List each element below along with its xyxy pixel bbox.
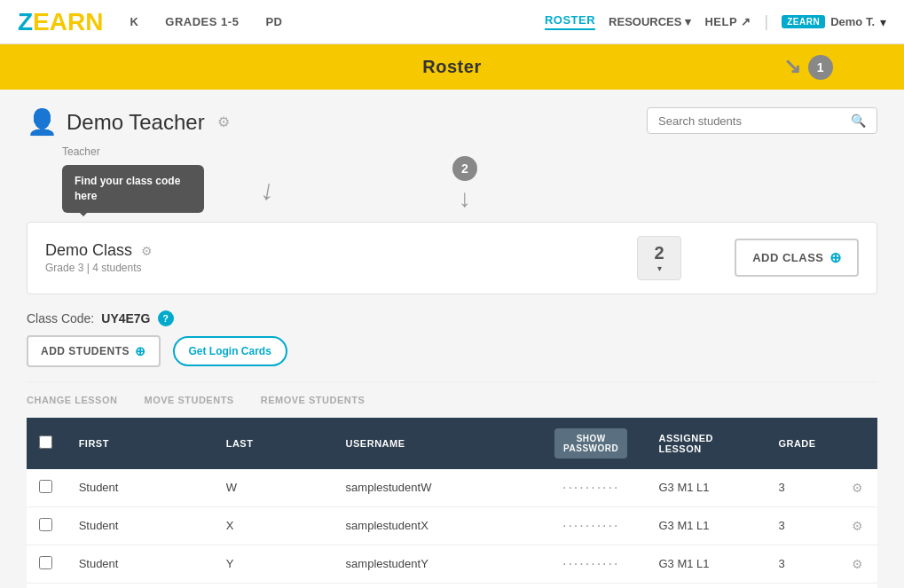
plus-icon: ⊕ [829,249,842,266]
class-row: Demo Class ⚙ Grade 3 | 4 students 2 ▾ AD… [45,236,859,280]
select-all-checkbox[interactable] [39,435,52,449]
class-num: 2 [655,243,664,263]
row-grade: 3 [766,506,839,545]
change-lesson-link[interactable]: CHANGE LESSON [27,395,117,405]
nav-pd[interactable]: PD [265,15,282,28]
logo-earn: EARN [33,8,103,36]
row-last: Z [214,583,334,588]
teacher-title: 👤 Demo Teacher ⚙ [27,107,230,137]
row-username: samplestudentW [334,469,536,507]
row-checkbox-cell [27,583,67,588]
add-class-button[interactable]: ADD CLASS ⊕ [735,239,859,277]
user-badge: ZEARN [782,15,825,28]
row-first: Student [67,506,214,545]
row-settings-cell: ⚙ [839,545,877,583]
user-name: Demo T. [830,15,875,28]
password-dots: ·········· [562,556,619,571]
row-checkbox[interactable] [39,518,52,531]
buttons-row: ADD STUDENTS ⊕ Get Login Cards [27,335,877,367]
annotation-num-2: 2 [452,156,477,181]
help-icon[interactable]: ? [158,310,174,326]
classes-area: Find your class code here 2 ↓ ↓ Demo Cla… [27,165,877,294]
class-num-badge[interactable]: 2 ▾ [637,236,681,280]
class-code-label: Class Code: [27,311,94,325]
row-password: ·········· [536,506,647,545]
class-code-value: UY4E7G [101,311,150,325]
search-input[interactable] [658,114,844,128]
row-checkbox[interactable] [39,556,52,569]
students-tbody: Student W samplestudentW ·········· G3 M… [27,469,877,588]
move-students-link[interactable]: MOVE STUDENTS [144,395,233,405]
nav-grades[interactable]: GRADES 1-5 [165,15,239,28]
row-username: samplestudentY [334,545,536,583]
row-first: Student [67,583,214,588]
login-cards-button[interactable]: Get Login Cards [173,336,287,366]
nav-help[interactable]: HELP ↗ [704,15,751,28]
row-settings-icon[interactable]: ⚙ [852,481,863,495]
row-checkbox[interactable] [39,480,52,493]
row-checkbox-cell [27,469,67,507]
nav-k[interactable]: K [130,15,138,28]
row-last: X [214,506,334,545]
th-show-password: SHOWPASSWORD [536,418,647,469]
row-last: W [214,469,334,507]
top-nav: Z EARN K GRADES 1-5 PD ROSTER RESOURCES … [0,0,904,44]
teacher-icon: 👤 [27,107,58,137]
annotation-2-area: 2 ↓ [452,156,477,213]
row-settings-cell: ⚙ [839,583,877,588]
nav-resources[interactable]: RESOURCES ▾ [609,15,691,28]
classes-panel: Demo Class ⚙ Grade 3 | 4 students 2 ▾ AD… [27,222,877,294]
th-settings [839,418,877,469]
class-chevron-icon: ▾ [657,263,662,273]
class-info: Demo Class ⚙ Grade 3 | 4 students [45,241,637,274]
show-password-button[interactable]: SHOWPASSWORD [554,428,627,459]
action-row: CHANGE LESSON MOVE STUDENTS REMOVE STUDE… [27,381,877,405]
tooltip-bubble: Find your class code here [62,165,204,213]
table-row: Student Y samplestudentY ·········· G3 M… [27,545,877,583]
th-grade: GRADE [766,418,839,469]
remove-students-link[interactable]: REMOVE STUDENTS [261,395,366,405]
row-lesson: G3 M1 L1 [646,583,766,588]
row-lesson: G3 M1 L1 [646,545,766,583]
row-settings-icon[interactable]: ⚙ [852,557,863,571]
class-name: Demo Class [45,241,132,260]
row-settings-cell: ⚙ [839,469,877,507]
row-first: Student [67,545,214,583]
row-grade: 3 [766,583,839,588]
row-username: samplestudentX [334,506,536,545]
logo: Z EARN [18,8,103,36]
annotation-num-1: 1 [808,55,833,80]
table-header: FIRST LAST USERNAME SHOWPASSWORD ASS [27,418,877,469]
row-last: Y [214,545,334,583]
main-content: 👤 Demo Teacher ⚙ 🔍 Teacher Find your cla… [0,90,904,588]
tooltip-arrow: ↓ [258,173,278,208]
table-row: Student Z samplestudentZ ·········· G3 M… [27,583,877,588]
password-dots: ·········· [562,480,619,495]
tooltip-area: Find your class code here [62,165,204,213]
table-row: Student X samplestudentX ·········· G3 M… [27,506,877,545]
th-username: USERNAME [334,418,536,469]
class-name-row: Demo Class ⚙ [45,241,637,260]
row-password: ·········· [536,469,647,507]
row-username: samplestudentZ [334,583,536,588]
password-dots: ·········· [562,518,619,533]
teacher-gear-icon[interactable]: ⚙ [217,114,230,130]
search-icon: 🔍 [851,114,866,128]
teacher-name: Demo Teacher [67,110,205,135]
nav-roster[interactable]: ROSTER [545,13,595,30]
nav-links: K GRADES 1-5 PD [130,15,544,28]
class-code-row: Class Code: UY4E7G ? [27,310,877,326]
nav-right: ROSTER RESOURCES ▾ HELP ↗ | ZEARN Demo T… [545,12,886,31]
nav-divider: | [765,12,769,31]
row-checkbox-cell [27,545,67,583]
teacher-header: 👤 Demo Teacher ⚙ 🔍 [27,107,877,137]
class-gear-icon[interactable]: ⚙ [141,244,153,258]
nav-user[interactable]: ZEARN Demo T. ▾ [782,15,886,29]
add-students-button[interactable]: ADD STUDENTS ⊕ [27,335,161,367]
row-grade: 3 [766,469,839,507]
th-first: FIRST [67,418,214,469]
roster-title: Roster [422,57,481,76]
row-first: Student [67,469,214,507]
row-settings-icon[interactable]: ⚙ [852,519,863,533]
search-box: 🔍 [647,107,877,134]
